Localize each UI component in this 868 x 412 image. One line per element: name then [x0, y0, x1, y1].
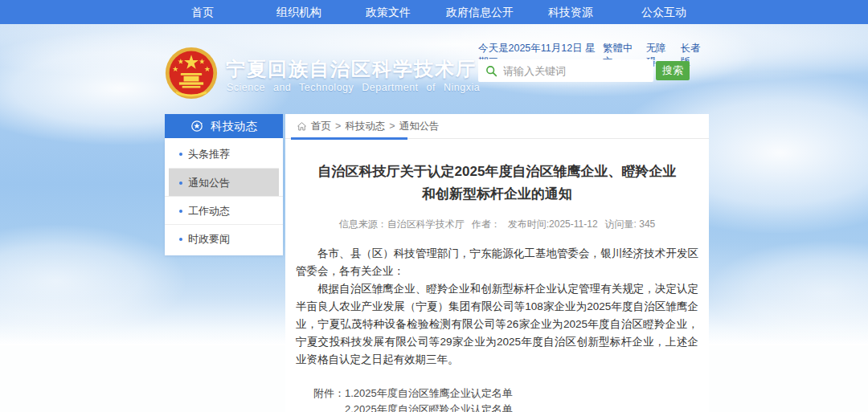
nav-item-policy[interactable]: 政策文件: [366, 0, 411, 24]
sidebar-item-headlines[interactable]: 头条推荐: [165, 140, 283, 168]
attachments-list: 1.2025年度自治区雏鹰企业认定名单 2.2025年度自治区瞪羚企业认定名单 …: [345, 385, 544, 412]
breadcrumb-current[interactable]: 通知公告: [399, 120, 440, 133]
nav-item-resources[interactable]: 科技资源: [548, 0, 593, 24]
bullet-dot-icon: [179, 238, 182, 241]
site-title[interactable]: 宁夏回族自治区科学技术厅: [226, 56, 477, 82]
attachments-block: 附件： 1.2025年度自治区雏鹰企业认定名单 2.2025年度自治区瞪羚企业认…: [313, 385, 709, 412]
attachments-label: 附件：: [313, 385, 345, 412]
content-panel: 首页 > 科技动态 > 通知公告 自治区科技厅关于认定2025年度自治区雏鹰企业…: [285, 114, 709, 412]
sidebar-item-work-dynamics[interactable]: 工作动态: [165, 196, 283, 224]
article-paragraph: 各市、县（区）科技管理部门，宁东能源化工基地管委会，银川经济技术开发区管委会，各…: [296, 245, 698, 280]
bullet-dot-icon: [179, 210, 182, 213]
nav-item-gov-info[interactable]: 政府信息公开: [446, 0, 514, 24]
cloud-decoration: [0, 225, 185, 337]
article-meta: 信息来源：自治区科学技术厅 作者： 发布时间:2025-11-12 访问量: 3…: [285, 218, 709, 231]
breadcrumb-section[interactable]: 科技动态: [345, 120, 385, 133]
search-button[interactable]: 搜索: [656, 61, 690, 80]
meta-visits: 访问量: 345: [605, 218, 656, 231]
breadcrumb-home[interactable]: 首页: [311, 120, 331, 133]
nav-item-org[interactable]: 组织机构: [276, 0, 321, 24]
meta-publish: 发布时间:2025-11-12: [508, 218, 598, 231]
article-title-line2: 和创新型标杆企业的通知: [285, 183, 709, 206]
bullet-dot-icon: [179, 182, 182, 185]
breadcrumb: 首页 > 科技动态 > 通知公告: [285, 114, 709, 139]
cloud-decoration: [707, 241, 868, 345]
sidebar-item-notices[interactable]: 通知公告: [169, 168, 279, 196]
article-body: 各市、县（区）科技管理部门，宁东能源化工基地管委会，银川经济技术开发区管委会，各…: [296, 245, 698, 369]
attachment-link-2[interactable]: 2.2025年度自治区瞪羚企业认定名单: [345, 402, 544, 412]
sidebar: 科技动态 头条推荐 通知公告 工作动态 时政要闻: [165, 114, 283, 255]
bullet-dot-icon: [179, 153, 182, 156]
star-circle-icon: [190, 120, 203, 133]
top-navigation: 首页 组织机构 政策文件 政府信息公开 科技资源 公众互动: [0, 0, 868, 24]
article-title-line1: 自治区科技厅关于认定2025年度自治区雏鹰企业、瞪羚企业: [285, 161, 709, 183]
meta-source: 信息来源：自治区科学技术厅: [339, 218, 465, 231]
attachment-link-1[interactable]: 1.2025年度自治区雏鹰企业认定名单: [345, 385, 544, 402]
search-box: [478, 59, 653, 82]
home-icon: [297, 121, 307, 132]
sidebar-item-label: 工作动态: [188, 205, 230, 217]
sidebar-header: 科技动态: [165, 114, 283, 138]
nav-item-home[interactable]: 首页: [191, 0, 214, 24]
article-title: 自治区科技厅关于认定2025年度自治区雏鹰企业、瞪羚企业 和创新型标杆企业的通知: [285, 161, 709, 206]
site-subtitle: Science and Technology Department of Nin…: [227, 82, 480, 93]
article-paragraph: 根据自治区雏鹰企业、瞪羚企业和创新型标杆企业认定管理有关规定，决定认定半亩良人农…: [296, 280, 698, 369]
search-icon: [485, 65, 497, 77]
sidebar-item-label: 头条推荐: [188, 148, 230, 160]
sidebar-panel: 头条推荐 通知公告 工作动态 时政要闻: [165, 138, 283, 255]
page: 首页 组织机构 政策文件 政府信息公开 科技资源 公众互动 宁夏回族自治区科学技…: [0, 0, 868, 412]
national-emblem-logo[interactable]: [164, 46, 219, 100]
breadcrumb-active-bar: [291, 137, 407, 140]
search-input[interactable]: [503, 59, 653, 82]
sidebar-title: 科技动态: [211, 119, 257, 134]
nav-item-interaction[interactable]: 公众互动: [641, 0, 686, 24]
sidebar-item-current-news[interactable]: 时政要闻: [165, 224, 283, 252]
breadcrumb-separator: >: [389, 120, 395, 132]
meta-author: 作者：: [472, 218, 501, 231]
sidebar-item-label: 通知公告: [188, 177, 230, 189]
sidebar-item-label: 时政要闻: [188, 233, 230, 245]
breadcrumb-separator: >: [335, 120, 341, 132]
